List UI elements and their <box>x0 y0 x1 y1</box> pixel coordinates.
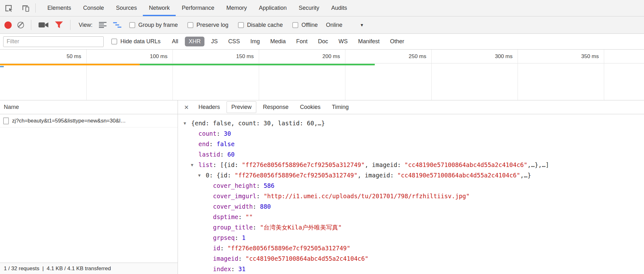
tree-row: ▼imageid: "cc48190e57100864abc4d55a2c410… <box>178 253 644 264</box>
tree-row[interactable]: ▼{end: false, count: 30, lastid: 60,…} <box>178 118 644 128</box>
details-tabs: HeadersPreviewResponseCookiesTiming <box>194 101 354 113</box>
json-plain-text: {end: false, count: 30, lastid: 60,…} <box>191 120 325 127</box>
checkbox-preserve-log[interactable]: Preserve log <box>187 22 228 28</box>
close-details-icon[interactable]: × <box>181 104 192 111</box>
filter-type-js[interactable]: JS <box>207 37 222 46</box>
filter-type-doc[interactable]: Doc <box>314 37 332 46</box>
capture-screenshots-button[interactable] <box>38 21 49 29</box>
timeline-tick-label: 150 ms <box>209 50 256 63</box>
record-button[interactable] <box>4 21 12 29</box>
filter-type-img[interactable]: Img <box>246 37 264 46</box>
filter-type-ws[interactable]: WS <box>335 37 351 46</box>
filter-type-css[interactable]: CSS <box>224 37 244 46</box>
file-icon <box>3 117 9 124</box>
json-plain-text: : <box>253 203 260 210</box>
detail-tab-headers[interactable]: Headers <box>194 101 225 113</box>
tree-row: ▼dsptime: "" <box>178 212 644 222</box>
expand-arrow-icon[interactable]: ▼ <box>191 160 198 170</box>
devtools-window: ElementsConsoleSourcesNetworkPerformance… <box>0 0 644 274</box>
json-key-text: id <box>213 245 220 252</box>
throttling-value: Online <box>326 22 343 28</box>
tree-row: ▼lastid: 60 <box>178 149 644 160</box>
json-plain-text: , imageid: <box>357 172 397 179</box>
device-toolbar-button[interactable] <box>17 0 34 16</box>
timeline-gridline <box>345 50 345 100</box>
detail-tab-cookies[interactable]: Cookies <box>295 101 325 113</box>
checkbox-group-by-frame[interactable]: Group by frame <box>129 22 178 28</box>
checkbox-offline[interactable]: Offline <box>292 22 318 28</box>
tab-network[interactable]: Network <box>143 0 176 16</box>
json-str-text: "台湾美女Kila户外唯美写真" <box>260 224 342 231</box>
json-plain-text: , imageid: <box>365 161 404 168</box>
overview-view-button[interactable] <box>113 21 122 29</box>
json-plain-text: : <box>220 151 228 158</box>
json-str-text: "ff276e8056f58896e7cf92505a312749" <box>242 161 365 168</box>
timeline-tick-label: 50 ms <box>36 50 84 63</box>
filter-type-manifest[interactable]: Manifest <box>354 37 383 46</box>
tab-audits[interactable]: Audits <box>325 0 353 16</box>
json-num-text: 60 <box>228 151 235 158</box>
name-column-header[interactable]: Name <box>0 100 178 114</box>
json-plain-text: 0 <box>206 172 209 179</box>
json-key-text: end <box>198 140 209 147</box>
json-str-text: "cc48190e57100864abc4d55a2c4104c6" <box>246 255 368 262</box>
tree-row: ▼end: false <box>178 139 644 149</box>
offline-label: Offline <box>301 22 318 28</box>
json-plain-text: : <box>209 140 216 147</box>
disable-cache-checkbox-box[interactable] <box>238 22 244 28</box>
timeline-gridline <box>259 50 259 100</box>
detail-tab-response[interactable]: Response <box>258 101 293 113</box>
json-plain-text: ,…} <box>520 172 531 179</box>
filter-toggle-button[interactable] <box>55 21 63 29</box>
throttling-select[interactable]: Online ▼ <box>326 22 364 28</box>
status-bar: 1 / 32 requests | 4.1 KB / 4.1 KB transf… <box>0 263 178 274</box>
group-by-frame-checkbox-box[interactable] <box>129 22 135 28</box>
hide-data-urls-checkbox-box[interactable] <box>111 39 117 45</box>
json-key-text: cover_height <box>213 182 256 189</box>
filter-type-other[interactable]: Other <box>386 37 408 46</box>
detail-tab-preview[interactable]: Preview <box>227 101 256 113</box>
tab-security[interactable]: Security <box>293 0 325 16</box>
tab-console[interactable]: Console <box>77 0 110 16</box>
dropdown-arrow-icon: ▼ <box>360 23 364 27</box>
checkbox-disable-cache[interactable]: Disable cache <box>238 22 283 28</box>
json-plain-text: : [{id: <box>213 161 242 168</box>
offline-checkbox-box[interactable] <box>292 22 298 28</box>
list-view-icon <box>98 21 107 29</box>
filter-type-font[interactable]: Font <box>292 37 311 46</box>
network-overview[interactable]: 50 ms100 ms150 ms200 ms250 ms300 ms350 m… <box>0 50 644 100</box>
tab-application[interactable]: Application <box>253 0 293 16</box>
filter-type-media[interactable]: Media <box>266 37 289 46</box>
json-plain-text: : <box>238 255 246 262</box>
tab-memory[interactable]: Memory <box>220 0 253 16</box>
filter-type-all[interactable]: All <box>168 37 182 46</box>
tree-row[interactable]: ▼0: {id: "ff276e8056f58896e7cf92505a3127… <box>178 170 644 181</box>
tree-row: ▼cover_imgurl: "http://i1.umei.cc/upload… <box>178 191 644 201</box>
inspect-element-button[interactable] <box>0 0 17 16</box>
filter-input[interactable] <box>3 36 104 47</box>
view-label: View: <box>79 22 93 28</box>
tree-row: ▼group_title: "台湾美女Kila户外唯美写真" <box>178 222 644 233</box>
json-key-text: cover_imgurl <box>213 193 256 200</box>
clear-button[interactable] <box>17 22 24 28</box>
expand-arrow-icon[interactable]: ▼ <box>184 118 191 128</box>
json-plain-text: : <box>256 193 264 200</box>
detail-tab-timing[interactable]: Timing <box>327 101 353 113</box>
checkbox-hide-data-urls[interactable]: Hide data URLs <box>111 38 161 45</box>
preserve-log-checkbox-box[interactable] <box>187 22 193 28</box>
request-rows-view-button[interactable] <box>98 21 107 29</box>
json-num-text: 586 <box>264 182 274 189</box>
tab-performance[interactable]: Performance <box>176 0 220 16</box>
json-key-text: cover_width <box>213 203 253 210</box>
tree-row: ▼cover_height: 586 <box>178 181 644 191</box>
request-list: zj?ch=beauty&t1=595&listtype=new&sn=30&l… <box>0 114 178 263</box>
tree-row[interactable]: ▼list: [{id: "ff276e8056f58896e7cf92505a… <box>178 160 644 170</box>
tab-sources[interactable]: Sources <box>110 0 143 16</box>
filter-type-xhr[interactable]: XHR <box>185 37 204 46</box>
tab-elements[interactable]: Elements <box>41 0 77 16</box>
expand-arrow-icon[interactable]: ▼ <box>198 170 206 181</box>
network-toolbar: View: Group by framePreserve logDisable … <box>0 16 644 34</box>
request-name: zj?ch=beauty&t1=595&listtype=new&sn=30&l… <box>12 118 126 124</box>
request-row[interactable]: zj?ch=beauty&t1=595&listtype=new&sn=30&l… <box>0 114 178 128</box>
tree-row: ▼grpseq: 1 <box>178 233 644 243</box>
